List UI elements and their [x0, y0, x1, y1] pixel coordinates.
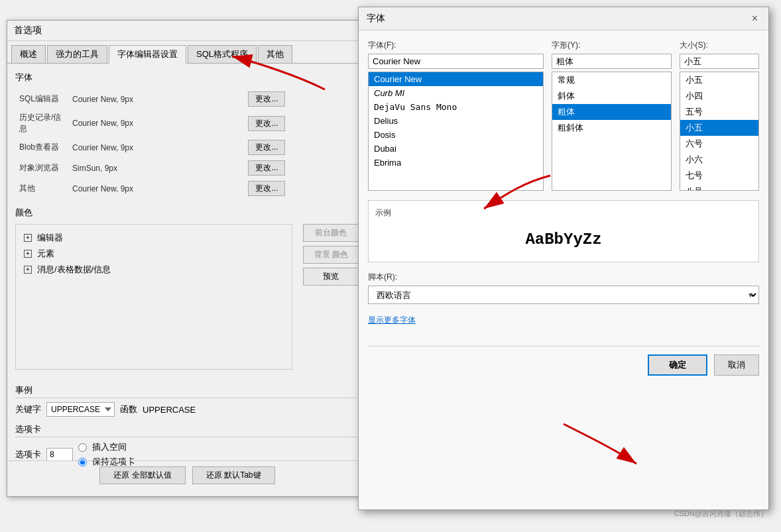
object-browser-change-btn[interactable]: 更改...: [248, 160, 285, 176]
example-section: 示例 AaBbYyZz: [368, 200, 759, 262]
color-message-label: 消息/表格数据/信息: [37, 264, 111, 276]
dialog-cancel-btn[interactable]: 取消: [714, 354, 759, 376]
sql-editor-label: SQL编辑器: [15, 89, 68, 109]
font-dialog-title-bar: 字体 ×: [359, 7, 768, 30]
history-label: 历史记录/信息: [15, 109, 68, 137]
example-text: AaBbYyZz: [375, 224, 752, 255]
keyword-row: 关键字 UPPERCASE lowercase Capitalize 函数 UP…: [15, 402, 359, 417]
keyword-select[interactable]: UPPERCASE lowercase Capitalize: [46, 402, 115, 417]
style-italic[interactable]: 斜体: [552, 88, 671, 104]
style-regular[interactable]: 常规: [552, 72, 671, 88]
other-change-btn[interactable]: 更改...: [248, 181, 285, 196]
radio-insert-label: 插入空间: [92, 441, 127, 453]
color-element-label: 元素: [37, 248, 54, 260]
history-change-btn[interactable]: 更改...: [248, 116, 285, 131]
case-section: 事例 关键字 UPPERCASE lowercase Capitalize 函数…: [15, 384, 359, 417]
font-style-input[interactable]: [552, 54, 672, 69]
blob-label: Blob查看器: [15, 137, 68, 158]
size-col: 大小(S): 小五 小四 五号 小五 六号 小六 七号 八号: [680, 40, 759, 191]
watermark: CSDN@吉冈秀隆（赵志伟）: [674, 509, 768, 519]
main-preferences-window: 首选项 概述 强力的工具 字体编辑器设置 SQL格式程序 其他 字体 SQL编辑…: [7, 20, 368, 497]
font-dialog-body: 字体(F): Courier New Curb MI DejaVu Sans M…: [359, 30, 768, 385]
tab-overview[interactable]: 概述: [11, 45, 46, 63]
style-col: 字形(Y): 常规 斜体 粗体 粗斜体: [552, 40, 672, 191]
script-select[interactable]: 西欧语言 中文 日文: [368, 286, 759, 304]
size-xiao5b[interactable]: 小五: [680, 120, 758, 136]
dialog-bottom-buttons: 确定 取消: [368, 346, 759, 376]
tab-sql-format[interactable]: SQL格式程序: [188, 45, 257, 63]
color-section: + 编辑器 + 元素 + 消息/表格数据/信息: [15, 224, 292, 370]
font-col-label: 字体(F):: [368, 40, 544, 51]
tab-bar: 概述 强力的工具 字体编辑器设置 SQL格式程序 其他: [7, 41, 367, 64]
object-browser-label: 对象浏览器: [15, 158, 68, 178]
tab-input[interactable]: [46, 448, 73, 461]
keyword-label: 关键字: [15, 403, 41, 415]
font-list-item-ebrima[interactable]: Ebrima: [369, 156, 543, 170]
font-dialog: 字体 × 字体(F): Courier New Curb MI DejaVu S…: [358, 7, 769, 510]
table-row: 其他 Courier New, 9px 更改...: [15, 178, 359, 199]
radio-insert-row: 插入空间: [78, 441, 135, 453]
tab-section-title: 选项卡: [15, 423, 359, 437]
size-col-label: 大小(S):: [680, 40, 759, 51]
script-label: 脚本(R):: [368, 272, 759, 283]
restore-tab-btn[interactable]: 还原 默认Tab键: [192, 466, 275, 484]
color-editor-label: 编辑器: [37, 232, 63, 244]
size-xiao5a[interactable]: 小五: [680, 72, 758, 88]
radio-insert[interactable]: [78, 443, 87, 452]
font-list-item-courier-new[interactable]: Courier New: [369, 72, 543, 86]
size-xiao4[interactable]: 小四: [680, 88, 758, 104]
size-5[interactable]: 五号: [680, 104, 758, 120]
font-list-item-dosis[interactable]: Dosis: [369, 128, 543, 142]
show-more-fonts-link[interactable]: 显示更多字体: [368, 315, 416, 326]
expand-icon: +: [24, 250, 32, 258]
font-list-item-delius[interactable]: Delius: [369, 114, 543, 128]
backcolor-btn[interactable]: 背景 颜色: [303, 246, 359, 264]
other-value: Courier New, 9px: [68, 178, 244, 199]
dialog-ok-btn[interactable]: 确定: [648, 354, 707, 376]
font-dialog-close-btn[interactable]: ×: [749, 13, 760, 25]
size-list[interactable]: 小五 小四 五号 小五 六号 小六 七号 八号: [680, 72, 759, 191]
font-col: 字体(F): Courier New Curb MI DejaVu Sans M…: [368, 40, 544, 191]
font-list[interactable]: Courier New Curb MI DejaVu Sans Mono Del…: [368, 72, 544, 191]
size-7[interactable]: 七号: [680, 168, 758, 184]
blob-change-btn[interactable]: 更改...: [248, 140, 285, 155]
tab-font-editor[interactable]: 字体编辑器设置: [109, 45, 186, 64]
forecolor-btn[interactable]: 前台颜色: [303, 224, 359, 242]
font-list-item-dejavu[interactable]: DejaVu Sans Mono: [369, 100, 543, 114]
style-bold-italic[interactable]: 粗斜体: [552, 120, 671, 136]
restore-all-btn[interactable]: 还原 全部默认值: [99, 466, 185, 484]
table-row: 对象浏览器 SimSun, 9px 更改...: [15, 158, 359, 178]
style-col-label: 字形(Y):: [552, 40, 672, 51]
color-tree-item-editor: + 编辑器: [21, 230, 286, 246]
color-tree-item-element: + 元素: [21, 246, 286, 262]
tab-tools[interactable]: 强力的工具: [47, 45, 107, 63]
font-columns: 字体(F): Courier New Curb MI DejaVu Sans M…: [368, 40, 759, 191]
font-table: SQL编辑器 Courier New, 9px 更改... 历史记录/信息 Co…: [15, 89, 359, 199]
font-dialog-title: 字体: [367, 13, 385, 25]
size-8[interactable]: 八号: [680, 184, 758, 191]
font-name-input[interactable]: [368, 54, 544, 69]
tab-other[interactable]: 其他: [258, 45, 292, 63]
expand-icon: +: [24, 234, 32, 242]
font-list-item-dubai[interactable]: Dubai: [369, 142, 543, 156]
sql-editor-change-btn[interactable]: 更改...: [248, 91, 285, 107]
example-label: 示例: [375, 207, 752, 219]
preview-btn[interactable]: 预览: [303, 268, 359, 286]
font-size-input[interactable]: [680, 54, 759, 69]
main-content-area: 字体 SQL编辑器 Courier New, 9px 更改... 历史记录/信息…: [7, 64, 367, 481]
font-list-item-curb-mi[interactable]: Curb MI: [369, 86, 543, 100]
other-label: 其他: [15, 178, 68, 199]
script-section: 脚本(R): 西欧语言 中文 日文 ▼: [368, 272, 759, 304]
history-value: Courier New, 9px: [68, 109, 244, 137]
function-value: UPPERCASE: [143, 405, 196, 415]
expand-icon: +: [24, 266, 32, 274]
tab-label: 选项卡: [15, 449, 41, 460]
case-section-title: 事例: [15, 384, 359, 398]
size-6[interactable]: 六号: [680, 136, 758, 152]
function-label: 函数: [120, 403, 137, 415]
color-section-title: 颜色: [15, 207, 359, 219]
main-title: 首选项: [7, 21, 367, 41]
size-xiao6[interactable]: 小六: [680, 152, 758, 168]
style-bold[interactable]: 粗体: [552, 104, 671, 120]
style-list[interactable]: 常规 斜体 粗体 粗斜体: [552, 72, 672, 191]
